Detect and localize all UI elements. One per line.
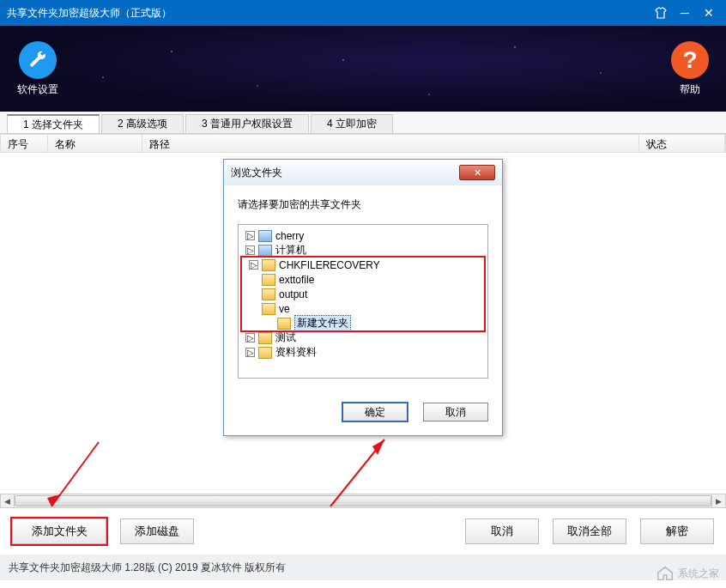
tab-2[interactable]: 3 普通用户权限设置: [185, 114, 309, 133]
banner: 软件设置 ? 帮助: [0, 26, 726, 112]
col-index[interactable]: 序号: [1, 135, 48, 152]
status-text: 共享文件夹加密超级大师 1.28版 (C) 2019 夏冰软件 版权所有: [9, 561, 286, 575]
title-bar: 共享文件夹加密超级大师（正式版） ─ ✕: [0, 0, 726, 26]
add-disk-button[interactable]: 添加磁盘: [120, 518, 194, 544]
help-icon: ?: [671, 41, 709, 79]
tree-item[interactable]: ▷CHKFILERECOVERY: [242, 258, 484, 272]
folder-icon: [258, 332, 272, 344]
tree-spacer: [264, 318, 274, 328]
tree-item-label: 资料资料: [275, 345, 317, 360]
tree-spacer: [249, 304, 258, 313]
tree-spacer: [249, 275, 258, 284]
minimize-icon[interactable]: ─: [675, 3, 695, 23]
tree-item[interactable]: ▷计算机: [239, 243, 487, 258]
tree-spacer: [249, 289, 258, 299]
settings-button[interactable]: 软件设置: [17, 41, 58, 97]
tree-item[interactable]: 新建文件夹: [242, 316, 484, 330]
tree-item-label: 计算机: [275, 243, 306, 258]
dialog-ok-button[interactable]: 确定: [342, 403, 408, 421]
tree-item[interactable]: ▷资料资料: [239, 345, 487, 360]
folder-icon: [262, 303, 275, 315]
expand-icon[interactable]: ▷: [245, 348, 255, 357]
tree-item-label: exttofile: [279, 274, 314, 286]
expand-icon[interactable]: ▷: [245, 246, 255, 255]
folder-icon: [277, 318, 291, 330]
tab-3[interactable]: 4 立即加密: [311, 114, 393, 133]
status-bar: 共享文件夹加密超级大师 1.28版 (C) 2019 夏冰软件 版权所有: [0, 555, 726, 580]
col-name[interactable]: 名称: [48, 135, 142, 152]
cancel-all-button[interactable]: 取消全部: [553, 518, 626, 544]
help-button[interactable]: ? 帮助: [671, 41, 709, 97]
tree-item[interactable]: ▷cherry: [239, 228, 487, 243]
folder-tree[interactable]: ▷cherry▷计算机▷CHKFILERECOVERYexttofileoutp…: [238, 224, 488, 379]
expand-icon[interactable]: ▷: [245, 231, 255, 240]
app-title: 共享文件夹加密超级大师（正式版）: [7, 6, 647, 21]
scroll-right-icon[interactable]: ▶: [711, 494, 725, 507]
expand-icon[interactable]: ▷: [249, 260, 258, 270]
expand-icon[interactable]: ▷: [245, 333, 255, 342]
folder-icon: [258, 230, 272, 242]
watermark: 系统之家: [656, 564, 719, 583]
list-header: 序号 名称 路径 状态: [0, 134, 726, 153]
scroll-thumb[interactable]: [15, 495, 711, 506]
close-icon[interactable]: ✕: [699, 3, 719, 23]
tree-item[interactable]: exttofile: [242, 272, 484, 287]
dialog-close-button[interactable]: ✕: [459, 165, 495, 180]
tree-item[interactable]: ve: [242, 301, 484, 316]
tabs: 1 选择文件夹2 高级选项3 普通用户权限设置4 立即加密: [0, 112, 726, 134]
tree-item[interactable]: output: [242, 287, 484, 301]
tree-item-label: cherry: [275, 230, 304, 242]
col-status[interactable]: 状态: [639, 135, 725, 152]
folder-icon: [262, 288, 275, 300]
tab-0[interactable]: 1 选择文件夹: [7, 114, 100, 133]
tree-item[interactable]: ▷测试: [239, 330, 487, 345]
folder-icon: [258, 347, 272, 359]
tab-1[interactable]: 2 高级选项: [101, 114, 184, 133]
help-label: 帮助: [680, 82, 700, 97]
folder-icon: [258, 245, 272, 257]
dialog-cancel-button[interactable]: 取消: [423, 403, 488, 421]
wrench-icon: [19, 41, 57, 79]
scroll-left-icon[interactable]: ◀: [1, 494, 15, 507]
tree-item-label: output: [279, 288, 307, 300]
add-folder-button[interactable]: 添加文件夹: [12, 518, 106, 544]
folder-icon: [262, 274, 275, 286]
tree-item-label: CHKFILERECOVERY: [279, 259, 380, 271]
tree-item-label: 新建文件夹: [294, 315, 351, 331]
tree-item-label: ve: [279, 303, 290, 315]
col-path[interactable]: 路径: [142, 135, 639, 152]
skin-icon[interactable]: [650, 3, 671, 23]
folder-icon: [262, 259, 275, 271]
decrypt-button[interactable]: 解密: [640, 518, 714, 544]
browse-folder-dialog: 浏览文件夹 ✕ 请选择要加密的共享文件夹 ▷cherry▷计算机▷CHKFILE…: [223, 159, 503, 436]
tree-item-label: 测试: [275, 330, 296, 345]
horizontal-scrollbar[interactable]: ◀ ▶: [0, 494, 726, 508]
bottom-toolbar: 添加文件夹 添加磁盘 取消 取消全部 解密: [0, 508, 726, 555]
settings-label: 软件设置: [17, 82, 58, 97]
dialog-instruction: 请选择要加密的共享文件夹: [238, 197, 488, 212]
dialog-title: 浏览文件夹: [231, 166, 459, 180]
cancel-one-button[interactable]: 取消: [465, 518, 539, 544]
dialog-title-bar[interactable]: 浏览文件夹 ✕: [224, 160, 502, 185]
